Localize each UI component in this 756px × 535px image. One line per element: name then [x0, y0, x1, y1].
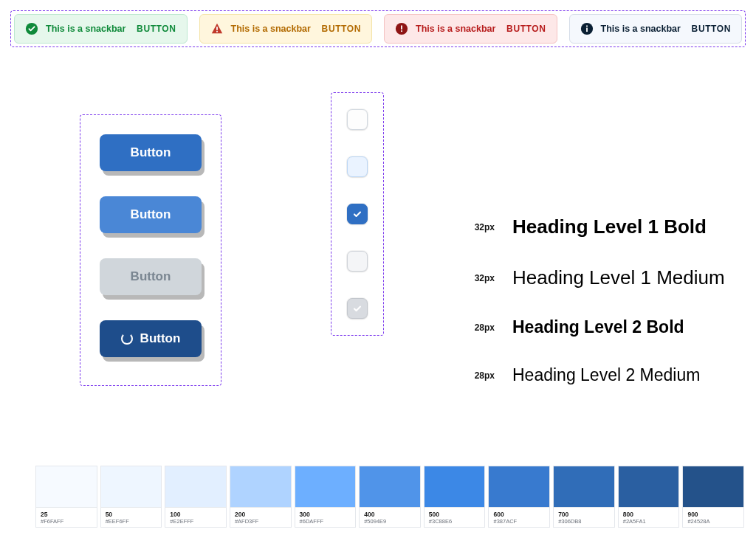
type-size-label: 32px	[465, 273, 495, 283]
snackbar-action-button[interactable]: BUTTON	[692, 24, 731, 34]
color-swatch[interactable]: 50#EEF6FF	[100, 466, 162, 528]
swatch-label: 900#24528A	[683, 507, 743, 527]
swatch-label: 25#F6FAFF	[36, 507, 97, 527]
button-disabled: Button	[100, 258, 202, 295]
swatch-name: 600	[493, 511, 545, 518]
snackbar-action-button[interactable]: BUTTON	[137, 24, 176, 34]
type-row: 28px Heading Level 2 Bold	[465, 317, 746, 337]
swatch-fill	[683, 466, 743, 507]
typography-samples: 32px Heading Level 1 Bold 32px Heading L…	[465, 215, 746, 413]
checkbox-neutral[interactable]	[347, 251, 368, 272]
buttons-selection: Button Button Button Button	[80, 114, 221, 386]
swatch-hex: #6DAFFF	[300, 518, 351, 525]
swatch-name: 400	[364, 511, 416, 518]
color-swatch[interactable]: 900#24528A	[682, 466, 744, 528]
swatch-label: 500#3C88E6	[425, 507, 485, 527]
snackbar-message: This is a snackbar	[416, 24, 499, 34]
swatch-label: 600#387ACF	[489, 507, 549, 527]
swatch-hex: #AFD3FF	[235, 518, 286, 525]
swatch-hex: #2A5FA1	[623, 518, 675, 525]
swatch-fill	[295, 466, 356, 507]
color-swatch[interactable]: 300#6DAFFF	[295, 466, 357, 528]
snackbar-selection: This is a snackbar BUTTON This is a snac…	[10, 10, 746, 47]
checkbox-checked[interactable]	[347, 204, 368, 224]
checkbox-disabled-checked	[347, 298, 368, 319]
color-swatch[interactable]: 400#5094E9	[359, 466, 421, 528]
svg-rect-4	[401, 26, 402, 30]
swatch-hex: #F6FAFF	[41, 518, 92, 525]
swatch-label: 800#2A5FA1	[619, 507, 679, 527]
swatch-fill	[360, 466, 420, 507]
swatch-name: 200	[235, 511, 286, 518]
svg-rect-8	[586, 26, 588, 27]
color-swatch[interactable]: 100#E2EFFF	[165, 466, 227, 528]
svg-rect-2	[216, 31, 218, 32]
checkbox-selection	[331, 92, 384, 336]
color-palette: 25#F6FAFF50#EEF6FF100#E2EFFF200#AFD3FF30…	[35, 466, 744, 528]
success-icon	[25, 22, 38, 35]
swatch-hex: #EEF6FF	[106, 518, 157, 525]
swatch-fill	[489, 466, 549, 507]
snackbar-action-button[interactable]: BUTTON	[506, 24, 546, 34]
heading-1-medium: Heading Level 1 Medium	[512, 266, 725, 289]
color-swatch[interactable]: 25#F6FAFF	[35, 466, 97, 528]
swatch-fill	[36, 466, 97, 507]
button-label: Button	[131, 145, 171, 160]
svg-rect-5	[401, 30, 402, 32]
swatch-fill	[619, 466, 679, 507]
button-label: Button	[131, 207, 171, 222]
snackbar-info[interactable]: This is a snackbar BUTTON	[569, 14, 743, 44]
button-default[interactable]: Button	[100, 134, 202, 171]
checkbox-unchecked[interactable]	[347, 109, 368, 130]
color-swatch[interactable]: 800#2A5FA1	[618, 466, 680, 528]
heading-2-medium: Heading Level 2 Medium	[512, 365, 700, 385]
type-size-label: 32px	[465, 222, 495, 232]
swatch-hex: #306DB8	[558, 518, 610, 525]
snackbar-error[interactable]: This is a snackbar BUTTON	[384, 14, 557, 44]
swatch-hex: #24528A	[687, 518, 739, 525]
snackbar-message: This is a snackbar	[601, 24, 684, 34]
swatch-hex: #3C88E6	[429, 518, 481, 525]
swatch-fill	[165, 466, 226, 507]
swatch-fill	[554, 466, 614, 507]
type-row: 32px Heading Level 1 Bold	[465, 215, 746, 238]
button-label: Button	[140, 331, 181, 346]
color-swatch[interactable]: 500#3C88E6	[424, 466, 486, 528]
heading-1-bold: Heading Level 1 Bold	[512, 215, 707, 238]
color-swatch[interactable]: 700#306DB8	[553, 466, 615, 528]
snackbar-action-button[interactable]: BUTTON	[322, 24, 361, 34]
check-icon	[351, 303, 363, 314]
svg-rect-1	[216, 27, 218, 30]
snackbar-message: This is a snackbar	[46, 24, 129, 34]
swatch-fill	[425, 466, 485, 507]
type-row: 28px Heading Level 2 Medium	[465, 365, 746, 385]
check-icon	[351, 208, 363, 220]
swatch-name: 500	[429, 511, 481, 518]
heading-2-bold: Heading Level 2 Bold	[512, 317, 684, 337]
color-swatch[interactable]: 200#AFD3FF	[230, 466, 292, 528]
snackbar-success[interactable]: This is a snackbar BUTTON	[14, 14, 188, 44]
type-row: 32px Heading Level 1 Medium	[465, 266, 746, 289]
swatch-label: 200#AFD3FF	[230, 507, 291, 527]
swatch-name: 100	[170, 511, 221, 518]
color-swatch[interactable]: 600#387ACF	[488, 466, 550, 528]
snackbar-message: This is a snackbar	[231, 24, 315, 34]
swatch-label: 400#5094E9	[360, 507, 420, 527]
swatch-hex: #387ACF	[493, 518, 545, 525]
type-size-label: 28px	[465, 370, 495, 381]
spinner-icon	[121, 333, 133, 345]
swatch-label: 50#EEF6FF	[101, 507, 162, 527]
swatch-name: 900	[687, 511, 739, 518]
error-icon	[395, 22, 408, 35]
button-hover[interactable]: Button	[100, 196, 202, 233]
swatch-label: 700#306DB8	[554, 507, 614, 527]
swatch-fill	[230, 466, 291, 507]
swatch-label: 100#E2EFFF	[165, 507, 226, 527]
swatch-label: 300#6DAFFF	[295, 507, 356, 527]
type-size-label: 28px	[465, 322, 495, 333]
checkbox-hover[interactable]	[347, 156, 368, 177]
swatch-name: 50	[106, 511, 157, 518]
snackbar-warning[interactable]: This is a snackbar BUTTON	[199, 14, 373, 44]
button-loading[interactable]: Button	[100, 320, 202, 357]
button-label: Button	[131, 269, 171, 284]
